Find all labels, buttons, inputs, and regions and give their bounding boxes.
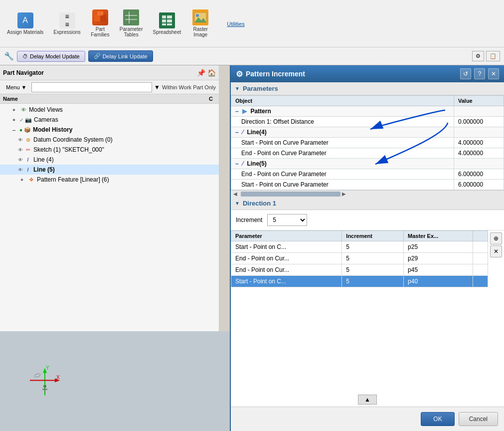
dir-row2-master: p29: [404, 253, 473, 264]
line5-end-value: 6.000000: [454, 169, 504, 180]
tree-item-cameras[interactable]: + ✓ 📷 Cameras: [0, 115, 219, 125]
dir-row1-master: p25: [404, 241, 473, 253]
table-row[interactable]: Start - Point on C... 5 p25: [231, 241, 488, 253]
line4-group-label: Line(4): [247, 129, 266, 136]
table-row[interactable]: – ▶ Pattern: [231, 106, 504, 117]
table-row[interactable]: – ∕ Line(5): [231, 159, 504, 169]
menu-bar: Menu ▼ ▼ Within Work Part Only: [0, 80, 219, 94]
increment-row: Increment 5 1 2 10: [231, 210, 504, 230]
parameters-section-header[interactable]: ▼ Parameters: [231, 82, 504, 95]
dir-row3-param: End - Point on Cur...: [231, 264, 342, 276]
toolbar-expressions[interactable]: ≡≡ Expressions: [50, 10, 83, 37]
table-action-icons: ⊕ ✕: [488, 230, 504, 393]
toolbar-extra-btn2[interactable]: 📋: [486, 51, 500, 61]
delay-model-update-button[interactable]: ⏱ Delay Model Update: [17, 51, 85, 62]
direction1-section-header[interactable]: ▼ Direction 1: [231, 197, 504, 210]
params-scroll-container[interactable]: Object Value – ▶ Pattern: [231, 95, 504, 190]
parameters-section-label: Parameters: [243, 85, 278, 92]
toolbar-param-tables[interactable]: ParameterTables: [117, 7, 146, 39]
scroll-up-button[interactable]: ▲: [358, 395, 377, 405]
svg-rect-12: [162, 23, 166, 25]
svg-point-23: [43, 385, 46, 388]
table-row[interactable]: – ∕ Line(4): [231, 127, 504, 138]
table-row[interactable]: Start - Point on Curve Parameter 6.00000…: [231, 180, 504, 190]
tree-item-model-history[interactable]: – ● 📦 Model History: [0, 125, 219, 135]
assign-label: Assign Materials: [7, 29, 43, 35]
line5-start-value: 6.000000: [454, 180, 504, 190]
tree-item-datum-coord[interactable]: 👁 ⊕ Datum Coordinate System (0): [0, 135, 219, 145]
scroll-right-arrow[interactable]: ▶: [340, 191, 347, 197]
coordinate-system-icon: Y X: [25, 361, 65, 401]
nav-pin-icon[interactable]: 📌: [197, 69, 205, 77]
pattern-icon: ❖: [27, 176, 35, 184]
params-col-object: Object: [231, 96, 454, 106]
dir1-chevron-icon: ▼: [235, 201, 240, 206]
dialog-title-text: Pattern Increment: [246, 70, 305, 78]
spreadsheet-icon: [159, 12, 175, 28]
dialog-close-button[interactable]: ✕: [488, 68, 499, 79]
expand-icon-history: –: [10, 126, 18, 134]
eye-datum: 👁: [18, 137, 23, 143]
svg-text:X: X: [56, 375, 60, 380]
settings-icon: ⚙: [236, 69, 243, 79]
scroll-left-arrow[interactable]: ◀: [232, 191, 239, 197]
svg-rect-0: [94, 14, 100, 21]
params-chevron-icon: ▼: [235, 86, 240, 91]
line4-group-cell: – ∕ Line(4): [231, 127, 454, 138]
toolbar-spreadsheet[interactable]: Spreadsheet: [150, 10, 184, 37]
line4-end-value: 4.000000: [454, 148, 504, 159]
table-row[interactable]: Start - Point on Curve Parameter 4.00000…: [231, 138, 504, 148]
increment-select[interactable]: 5 1 2 10: [267, 214, 307, 226]
dir-row2-param: End - Point on Cur...: [231, 253, 342, 264]
search-input[interactable]: [31, 82, 152, 92]
search-filter-icon[interactable]: ▼: [154, 84, 160, 91]
tree-item-model-views[interactable]: + 👁 Model Views: [0, 105, 219, 115]
params-horizontal-scrollbar[interactable]: ◀ ▶: [231, 190, 504, 197]
link-icon: 🔗: [94, 53, 101, 59]
menu-dropdown[interactable]: Menu ▼: [3, 83, 29, 91]
model-views-label: Model Views: [29, 106, 63, 113]
direction-table-area: Parameter Increment Master Ex... Start -…: [231, 230, 504, 393]
delay-link-update-button[interactable]: 🔗 Delay Link Update: [88, 50, 153, 62]
dir-row1-param: Start - Point on C...: [231, 241, 342, 253]
top-action-bar: 🔧 ⏱ Delay Model Update 🔗 Delay Link Upda…: [0, 47, 504, 65]
scroll-thumb[interactable]: [241, 192, 340, 197]
eye-sketch: 👁: [18, 147, 23, 153]
pattern-increment-dialog: ⚙ Pattern Increment ↺ ? ✕ ▼ Parameters: [230, 65, 504, 431]
dialog-footer: OK Cancel: [231, 407, 504, 431]
part-navigator-title: Part Navigator: [3, 69, 44, 76]
remove-row-button[interactable]: ✕: [490, 245, 502, 257]
params-col-value: Value: [454, 96, 504, 106]
line4-label: Line (4): [33, 156, 54, 163]
toolbar-raster-image[interactable]: RasterImage: [188, 7, 213, 39]
eye-line4: 👁: [18, 157, 23, 163]
table-row[interactable]: End - Point on Cur... 5 p45: [231, 264, 488, 276]
table-row[interactable]: End - Point on Cur... 5 p29: [231, 253, 488, 264]
dialog-reset-button[interactable]: ↺: [460, 68, 471, 79]
nav-home-icon[interactable]: 🏠: [207, 69, 216, 77]
table-row-selected[interactable]: Start - Point on C... 5 p40: [231, 276, 488, 287]
wrench-icon: 🔧: [4, 51, 14, 61]
line5-group-cell: – ∕ Line(5): [231, 159, 454, 169]
tree-item-line4[interactable]: 👁 / Line (4): [0, 155, 219, 165]
tree-item-sketch[interactable]: 👁 ✏ Sketch (1) "SKETCH_000": [0, 145, 219, 155]
ok-button[interactable]: OK: [421, 412, 454, 426]
dialog-title-bar: ⚙ Pattern Increment ↺ ? ✕: [231, 65, 504, 82]
toolbar-part-families[interactable]: PartFamilies: [88, 7, 113, 39]
table-row[interactable]: Direction 1: Offset Distance 0.000000: [231, 117, 504, 127]
add-row-button[interactable]: ⊕: [490, 232, 502, 244]
toolbar-assign[interactable]: A Assign Materials: [4, 10, 46, 37]
table-row[interactable]: End - Point on Curve Parameter 6.000000: [231, 169, 504, 180]
dialog-help-button[interactable]: ?: [474, 68, 485, 79]
increment-label: Increment: [236, 216, 262, 223]
delay-link-update-label: Delay Link Update: [103, 53, 148, 59]
part-navigator-header: Part Navigator 📌 🏠: [0, 65, 219, 80]
tree-item-pattern-feature[interactable]: + ❖ Pattern Feature [Linear] (6): [0, 175, 219, 185]
svg-rect-9: [167, 15, 172, 18]
cancel-button[interactable]: Cancel: [459, 412, 498, 426]
dir-row3-inc: 5: [342, 264, 404, 276]
table-row[interactable]: End - Point on Curve Parameter 4.000000: [231, 148, 504, 159]
direction-table-scroll[interactable]: Parameter Increment Master Ex... Start -…: [231, 230, 488, 393]
toolbar-extra-btn1[interactable]: ⚙: [472, 51, 484, 61]
tree-item-line5[interactable]: 👁 / Line (5): [0, 165, 219, 175]
